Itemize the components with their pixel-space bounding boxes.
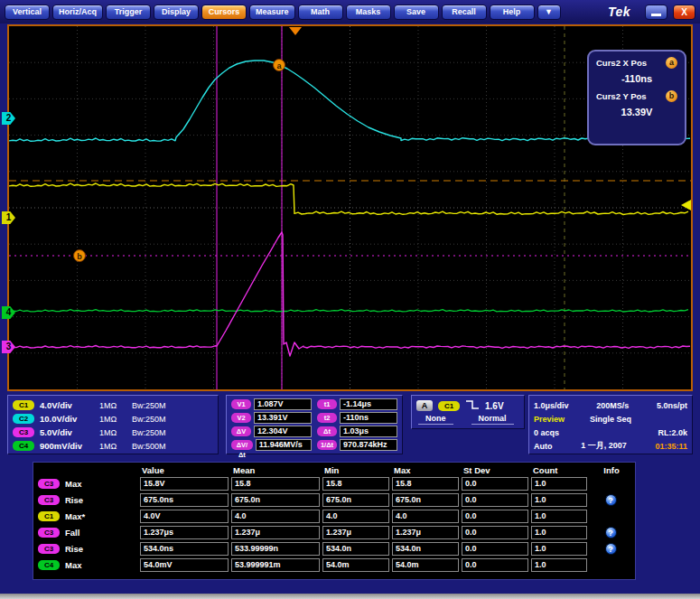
trigger-option-none[interactable]: None [418,414,453,425]
meas-name: Rise [65,544,83,554]
resolution: 5.0ns/pt [657,401,687,410]
info-icon[interactable]: ? [605,494,617,506]
table-row[interactable]: C1Max* 4.0V 4.0 4.0 4.0 0.0 1.0 ? [38,510,630,523]
acquisition-mode: Single Seq [590,415,631,424]
meas-channel-badge[interactable]: C3 [38,495,60,505]
horizontal-scale: 1.0μs/div [534,401,569,410]
preview-status: Preview [534,415,565,424]
curs2-x-pos-label: Curs2 X Pos [596,58,647,68]
channel-row-c1[interactable]: C1 4.0V/div 1MΩ Bw:250M [13,398,213,412]
channel-scale: 10.0V/div [40,414,94,424]
channel-bandwidth: Bw:250M [132,415,166,424]
table-row[interactable]: C3Fall 1.237μs 1.237μ 1.237μ 1.237μ 0.0 … [38,526,630,539]
menu-trigger[interactable]: Trigger [106,5,151,20]
meas-mean: 53.999991m [231,558,320,572]
trigger-level-value: 1.6V [485,401,504,411]
channel-badge-c1[interactable]: C1 [13,400,34,410]
meas-value: 54.0mV [140,558,229,572]
inv-dt-value: 970.874kHz [340,439,397,451]
menu-recall[interactable]: Recall [442,5,487,20]
table-row[interactable]: C3Max 15.8V 15.8 15.8 15.8 0.0 1.0 ? [38,477,630,491]
meas-channel-badge[interactable]: C3 [38,528,60,538]
trigger-source-badge[interactable]: C1 [438,401,460,411]
table-row[interactable]: C4Max 54.0mV 53.999991m 54.0m 54.0m 0.0 … [38,558,630,572]
channel-badge-c3[interactable]: C3 [13,427,34,437]
meas-value: 1.237μs [140,526,229,539]
svg-text:b: b [77,252,82,261]
chevron-down-icon: ▼ [545,7,553,16]
tek-logo: Tek [608,5,630,19]
curs2-y-pos-label: Curs2 Y Pos [596,91,647,101]
meas-value: 534.0ns [140,542,229,556]
curs2-y-pos-value: 13.39V [596,107,677,117]
meas-name: Rise [65,495,83,505]
meas-name: Max [65,479,81,489]
menu-horiz-acq[interactable]: Horiz/Acq [52,5,103,20]
menu-measure[interactable]: Measure [249,5,295,20]
header-info: Info [590,465,631,475]
trigger-mode-label: Auto [534,442,553,451]
channel-row-c2[interactable]: C2 10.0V/div 1MΩ Bw:250M [13,412,213,426]
channel-settings-panel: C1 4.0V/div 1MΩ Bw:250M C2 10.0V/div 1MΩ… [7,395,219,454]
meas-channel-badge[interactable]: C1 [38,511,60,521]
meas-channel-badge[interactable]: C3 [38,479,60,489]
trigger-option-normal[interactable]: Normal [471,414,514,425]
header-count: Count [531,465,587,475]
header-mean: Mean [231,465,320,475]
trigger-level-arrow[interactable] [681,200,691,211]
menu-help[interactable]: Help [490,5,535,20]
menu-masks[interactable]: Masks [346,5,391,20]
channel-impedance: 1MΩ [99,401,126,410]
table-row[interactable]: C3Rise 675.0ns 675.0n 675.0n 675.0n 0.0 … [38,493,630,507]
cursor-position-box: Curs2 X Pos a -110ns Curs2 Y Pos b 13.39… [587,50,686,145]
voltage-cursor-column: V11.087V V213.391V ΔV12.304V ΔV/Δt11.946… [231,398,312,451]
minimize-button[interactable] [645,5,667,20]
channel-badge-c4[interactable]: C4 [13,441,34,451]
channel-impedance: 1MΩ [99,415,126,424]
meas-count: 1.0 [531,493,587,507]
meas-stdev: 0.0 [462,510,528,523]
channel-badge-c2[interactable]: C2 [13,414,34,424]
menu-math[interactable]: Math [298,5,343,20]
dv-badge: ΔV [231,426,251,436]
menu-dropdown-button[interactable]: ▼ [537,5,561,20]
info-icon[interactable]: ? [605,527,617,538]
meas-channel-badge[interactable]: C3 [38,544,60,554]
channel-row-c4[interactable]: C4 900mV/div 1MΩ Bw:500M [13,439,213,453]
channel-row-c3[interactable]: C3 5.0V/div 1MΩ Bw:250M [13,426,213,439]
cursor-b-marker[interactable]: b [74,250,86,262]
meas-min: 54.0m [322,558,389,572]
v1-value: 1.087V [254,398,312,410]
meas-stdev: 0.0 [462,558,528,572]
time-label: 01:35:11 [655,442,687,451]
meas-max: 675.0n [392,493,459,507]
scope-display-area: a b 2 1 4 3 Curs2 X Pos a -110ns Curs2 Y… [7,24,693,391]
menu-display[interactable]: Display [154,5,199,20]
window-bottom-edge [0,594,700,599]
menu-vertical[interactable]: Vertical [5,5,50,20]
close-button[interactable]: X [673,5,695,20]
cursor-a-marker[interactable]: a [274,60,285,71]
date-label: 1 一月, 2007 [581,440,627,452]
menu-cursors[interactable]: Cursors [201,5,247,20]
cursor-a-badge: a [666,57,677,69]
meas-min: 15.8 [322,477,389,491]
meas-value: 4.0V [140,510,229,523]
menu-save[interactable]: Save [394,5,439,20]
header-max: Max [392,465,459,475]
meas-name: Fall [65,528,79,538]
meas-mean: 533.99999n [231,542,320,556]
meas-mean: 4.0 [231,510,320,523]
t2-badge: t2 [317,413,337,423]
v2-value: 13.391V [254,412,312,424]
trigger-position-marker[interactable] [289,27,302,35]
dvdt-badge: ΔV/Δt [231,440,253,450]
meas-channel-badge[interactable]: C4 [38,560,60,570]
dt-badge: Δt [317,426,337,436]
channel-bandwidth: Bw:500M [132,442,166,451]
trigger-a-badge[interactable]: A [416,400,433,411]
cursor-b-badge: b [666,90,677,102]
info-icon[interactable]: ? [605,543,617,555]
minimize-icon [651,14,661,16]
table-row[interactable]: C3Rise 534.0ns 533.99999n 534.0n 534.0n … [38,542,630,556]
